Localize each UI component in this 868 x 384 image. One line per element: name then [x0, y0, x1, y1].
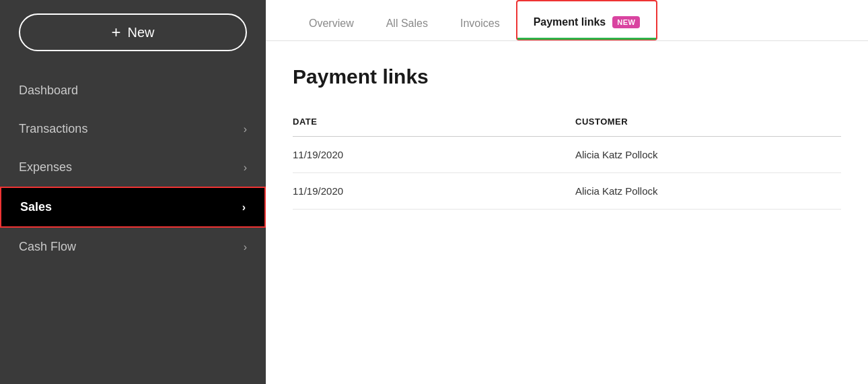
table-row[interactable]: 11/19/2020Alicia Katz Pollock [293, 173, 841, 210]
sidebar-item-sales[interactable]: Sales › [0, 187, 266, 228]
tab-overview[interactable]: Overview [293, 3, 370, 40]
tab-payment-links[interactable]: Payment links NEW [517, 1, 657, 39]
chevron-right-icon: › [244, 241, 247, 253]
new-button[interactable]: + New [19, 13, 247, 51]
chevron-right-icon: › [242, 201, 246, 214]
sidebar-item-label: Cash Flow [19, 240, 76, 254]
sidebar-nav: Dashboard Transactions › Expenses › Sale… [0, 71, 266, 266]
tab-payment-links-label: Payment links [534, 16, 606, 28]
tab-all-sales[interactable]: All Sales [370, 3, 444, 40]
new-badge: NEW [612, 16, 640, 28]
sidebar-item-label: Dashboard [19, 84, 78, 98]
sidebar-item-cash-flow[interactable]: Cash Flow › [0, 228, 266, 266]
tabs-bar: Overview All Sales Invoices Payment link… [266, 0, 868, 41]
cell-customer: Alicia Katz Pollock [575, 137, 841, 173]
page-title: Payment links [293, 65, 841, 88]
cell-customer: Alicia Katz Pollock [575, 173, 841, 210]
payment-links-table: DATE CUSTOMER 11/19/2020Alicia Katz Poll… [293, 110, 841, 210]
new-button-wrapper: + New [0, 13, 266, 71]
sidebar-item-transactions[interactable]: Transactions › [0, 110, 266, 148]
sidebar-item-label: Transactions [19, 122, 87, 136]
tab-invoices[interactable]: Invoices [444, 3, 516, 40]
sidebar: + New Dashboard Transactions › Expenses … [0, 0, 266, 384]
cell-date: 11/19/2020 [293, 173, 575, 210]
column-header-date: DATE [293, 110, 575, 137]
sidebar-item-label: Expenses [19, 160, 72, 174]
main-content: Overview All Sales Invoices Payment link… [266, 0, 868, 384]
new-button-label: New [128, 25, 155, 40]
table-row[interactable]: 11/19/2020Alicia Katz Pollock [293, 137, 841, 173]
column-header-customer: CUSTOMER [575, 110, 841, 137]
plus-icon: + [111, 24, 120, 40]
cell-date: 11/19/2020 [293, 137, 575, 173]
tab-payment-links-wrapper: Payment links NEW [516, 0, 658, 40]
chevron-right-icon: › [244, 162, 247, 174]
sidebar-item-expenses[interactable]: Expenses › [0, 148, 266, 187]
page-content: Payment links DATE CUSTOMER 11/19/2020Al… [266, 41, 868, 384]
sidebar-item-label: Sales [20, 200, 52, 214]
sidebar-item-dashboard[interactable]: Dashboard [0, 71, 266, 110]
chevron-right-icon: › [244, 123, 247, 135]
